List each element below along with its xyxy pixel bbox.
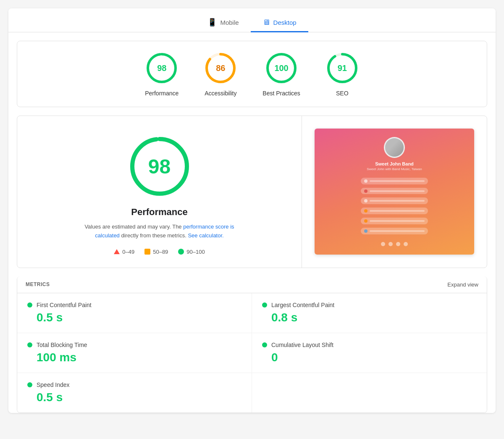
score-card-accessibility[interactable]: 86 Accessibility: [204, 51, 237, 97]
metric-lcp-name-row: Largest Contentful Paint: [262, 302, 477, 308]
site-button-3: [361, 197, 428, 204]
site-button-dot-4: [364, 209, 368, 213]
site-button-5: [361, 218, 428, 224]
site-button-4: [361, 208, 428, 214]
score-performance-label: Performance: [145, 90, 178, 97]
site-button-line-1: [370, 180, 425, 182]
metric-first-contentful-paint: First Contentful Paint 0.5 s: [17, 293, 252, 333]
large-score-value: 98: [148, 155, 171, 178]
gauge-best-practices: 100: [265, 51, 298, 85]
desktop-icon: 🖥: [262, 18, 270, 27]
metric-lcp-dot: [262, 302, 267, 308]
social-dot-3: [396, 242, 400, 246]
tab-mobile[interactable]: 📱 Mobile: [196, 13, 250, 32]
perf-description: Values are estimated and may vary. The p…: [80, 223, 239, 240]
site-screenshot: Sweet John Band Sweet John with Band Mus…: [315, 129, 474, 255]
metric-cls-value: 0: [262, 351, 477, 364]
site-button-line-5: [370, 220, 425, 222]
main-content: 98 Performance Values are estimated and …: [17, 116, 487, 268]
expand-view-button[interactable]: Expand view: [447, 281, 478, 288]
legend-average-icon: [144, 249, 150, 255]
site-avatar: [384, 137, 405, 158]
metric-si-dot: [27, 382, 32, 387]
metric-cls-dot: [262, 342, 267, 347]
score-best-practices-value: 100: [274, 63, 288, 73]
metrics-grid: First Contentful Paint 0.5 s Largest Con…: [17, 293, 487, 413]
gauge-accessibility: 86: [204, 51, 237, 85]
tab-mobile-label: Mobile: [220, 19, 239, 26]
metric-cumulative-layout-shift: Cumulative Layout Shift 0: [252, 333, 487, 373]
large-gauge: 98: [126, 133, 193, 200]
legend-pass: 90–100: [178, 249, 205, 255]
score-accessibility-value: 86: [216, 63, 225, 73]
metric-tbt-value: 100 ms: [27, 351, 242, 364]
score-performance-value: 98: [157, 63, 166, 73]
legend-row: 0–49 50–89 90–100: [114, 249, 205, 255]
metric-cls-name-row: Cumulative Layout Shift: [262, 342, 477, 348]
gauge-performance: 98: [145, 51, 178, 85]
legend-pass-range: 90–100: [186, 249, 205, 255]
legend-fail-icon: [114, 249, 120, 254]
tab-desktop[interactable]: 🖥 Desktop: [251, 13, 308, 32]
score-card-seo[interactable]: 91 SEO: [326, 51, 359, 97]
perf-desc-mid: directly from these metrics.: [120, 232, 188, 239]
site-subtitle: Sweet John with Band Music, Taiwan: [367, 167, 422, 171]
metric-cls-name: Cumulative Layout Shift: [271, 342, 333, 348]
right-panel: Sweet John Band Sweet John with Band Mus…: [302, 116, 487, 268]
metrics-header: METRICS Expand view: [17, 276, 487, 293]
site-social-row: [381, 242, 408, 246]
social-dot-1: [381, 242, 385, 246]
metric-lcp-value: 0.8 s: [262, 311, 477, 324]
site-button-dot-2: [364, 189, 368, 193]
metric-si-name: Speed Index: [37, 381, 70, 388]
metric-empty-placeholder: [252, 373, 487, 413]
see-calculator-link[interactable]: See calculator.: [188, 232, 223, 239]
metric-fcp-name: First Contentful Paint: [37, 302, 92, 308]
perf-desc-prefix: Values are estimated and may vary. The: [84, 223, 183, 230]
metric-lcp-name: Largest Contentful Paint: [271, 302, 334, 308]
score-seo-value: 91: [338, 63, 347, 73]
metric-total-blocking-time: Total Blocking Time 100 ms: [17, 333, 252, 373]
score-accessibility-label: Accessibility: [205, 90, 236, 97]
score-best-practices-label: Best Practices: [262, 90, 300, 97]
metric-si-name-row: Speed Index: [27, 381, 242, 388]
score-card-performance[interactable]: 98 Performance: [145, 51, 178, 97]
score-card-best-practices[interactable]: 100 Best Practices: [262, 51, 300, 97]
metric-fcp-value: 0.5 s: [27, 311, 242, 324]
site-button-6: [361, 228, 428, 234]
site-button-line-6: [370, 230, 425, 232]
site-name: Sweet John Band: [375, 161, 414, 166]
site-button-line-3: [370, 200, 425, 202]
site-button-line-2: [370, 190, 425, 192]
social-dot-2: [388, 242, 393, 246]
site-button-1: [361, 178, 428, 184]
legend-average-range: 50–89: [153, 249, 168, 255]
site-button-line-4: [370, 210, 425, 212]
tabs-bar: 📱 Mobile 🖥 Desktop: [8, 8, 496, 32]
legend-pass-icon: [178, 249, 184, 255]
metric-tbt-name-row: Total Blocking Time: [27, 342, 242, 348]
legend-fail: 0–49: [114, 249, 134, 255]
site-button-2: [361, 188, 428, 195]
metrics-label: METRICS: [26, 281, 50, 287]
score-cards-row: 98 Performance 86 Accessibility: [34, 51, 470, 97]
metric-fcp-dot: [27, 302, 32, 308]
mobile-icon: 📱: [207, 18, 217, 27]
site-button-dot-1: [364, 179, 368, 183]
legend-fail-range: 0–49: [122, 249, 134, 255]
site-button-dot-6: [364, 229, 368, 233]
page-wrapper: 📱 Mobile 🖥 Desktop 98 Performance: [8, 8, 496, 413]
metric-tbt-name: Total Blocking Time: [37, 342, 87, 348]
gauge-seo: 91: [326, 51, 359, 85]
metric-si-value: 0.5 s: [27, 391, 242, 404]
tab-desktop-label: Desktop: [273, 19, 297, 26]
metric-speed-index: Speed Index 0.5 s: [17, 373, 252, 413]
left-panel: 98 Performance Values are estimated and …: [17, 116, 302, 268]
metric-tbt-dot: [27, 342, 32, 347]
site-button-dot-5: [364, 219, 368, 223]
metric-fcp-name-row: First Contentful Paint: [27, 302, 242, 308]
score-cards-section: 98 Performance 86 Accessibility: [17, 41, 487, 107]
metric-largest-contentful-paint: Largest Contentful Paint 0.8 s: [252, 293, 487, 333]
score-seo-label: SEO: [336, 90, 349, 97]
social-dot-4: [404, 242, 408, 246]
